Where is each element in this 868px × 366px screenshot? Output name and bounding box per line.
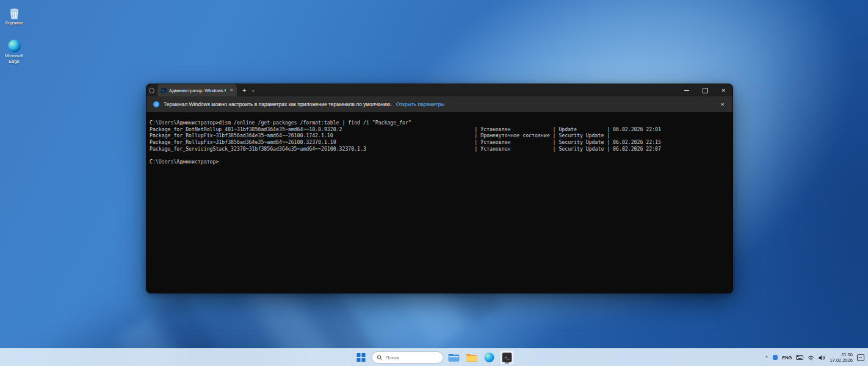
tab-dropdown-icon[interactable]: ⌄ — [251, 88, 255, 93]
edge-taskbar-button[interactable] — [482, 350, 497, 365]
close-button[interactable]: ✕ — [714, 84, 732, 96]
windows-logo-icon — [357, 353, 366, 362]
edge-icon — [485, 353, 494, 362]
clock[interactable]: 21:50 17.02.2026 — [830, 352, 853, 364]
info-icon: i — [153, 101, 159, 107]
tray-time: 21:50 — [830, 352, 853, 357]
terminal-output[interactable]: C:\Users\Администратор>dism /online /get… — [146, 112, 732, 293]
terminal-menu-icon[interactable] — [149, 88, 154, 93]
minimize-button[interactable] — [678, 84, 696, 96]
edge-icon — [0, 38, 28, 52]
network-icon[interactable] — [808, 355, 814, 361]
tray-date: 17.02.2026 — [830, 357, 853, 363]
language-indicator[interactable]: ENG — [782, 355, 792, 361]
recycle-bin-icon — [0, 5, 28, 20]
open-settings-link[interactable]: Открыть параметры — [396, 101, 445, 107]
tray-status-icon[interactable] — [773, 355, 778, 360]
desktop-icon-label: Microsoft Edge — [0, 54, 28, 64]
folder-icon — [466, 353, 477, 362]
maximize-icon — [703, 88, 708, 93]
terminal-default-app-banner: i Терминал Windows можно настроить в пар… — [146, 96, 732, 112]
banner-text: Терминал Windows можно настроить в парам… — [164, 101, 392, 107]
minimize-icon — [684, 90, 689, 91]
window-controls: ✕ — [678, 84, 732, 96]
desktop-icon-recycle-bin[interactable]: Корзина — [0, 5, 28, 26]
file-explorer-icon — [449, 353, 460, 362]
terminal-window: >_ Администратор: Windows Po ✕ + ⌄ ✕ i Т… — [146, 84, 733, 293]
taskbar: >_ ⌃ ENG 21:50 17.02.2026 — [0, 348, 868, 366]
new-tab-button[interactable]: + — [242, 87, 246, 94]
touch-keyboard-icon[interactable] — [796, 355, 803, 360]
terminal-tab[interactable]: >_ Администратор: Windows Po ✕ — [157, 84, 237, 96]
banner-close-icon[interactable]: ✕ — [720, 102, 725, 107]
search-input[interactable] — [386, 355, 435, 361]
terminal-taskbar-button[interactable]: >_ — [500, 350, 515, 365]
search-icon — [377, 355, 383, 361]
desktop-icon-label: Корзина — [0, 21, 28, 26]
terminal-app-icon: >_ — [161, 88, 167, 93]
terminal-icon: >_ — [502, 353, 512, 362]
volume-icon[interactable] — [819, 355, 825, 361]
maximize-button[interactable] — [696, 84, 714, 96]
start-button[interactable] — [354, 350, 369, 365]
tab-close-icon[interactable]: ✕ — [230, 88, 233, 93]
taskbar-search[interactable] — [372, 351, 444, 364]
tray-overflow-chevron-icon[interactable]: ⌃ — [764, 356, 769, 361]
notification-center-icon[interactable] — [857, 354, 864, 361]
taskbar-center-group: >_ — [354, 349, 515, 366]
system-tray: ⌃ ENG 21:50 17.02.2026 — [764, 349, 864, 366]
terminal-titlebar[interactable]: >_ Администратор: Windows Po ✕ + ⌄ ✕ — [146, 84, 732, 96]
tab-title: Администратор: Windows Po — [169, 88, 226, 93]
desktop-icon-microsoft-edge[interactable]: Microsoft Edge — [0, 38, 28, 64]
folder-button[interactable] — [465, 350, 479, 365]
file-explorer-button[interactable] — [447, 350, 461, 365]
